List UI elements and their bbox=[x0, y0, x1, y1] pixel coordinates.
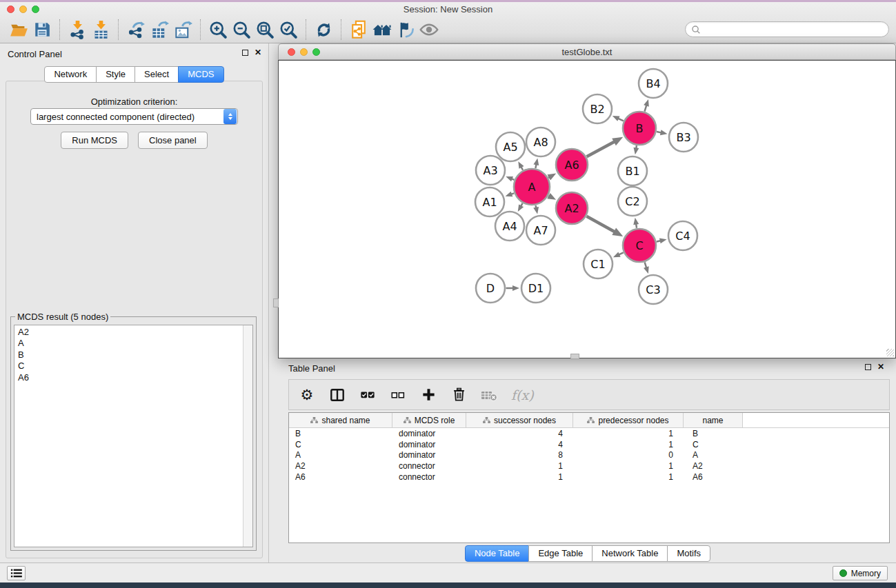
optimization-criterion-select[interactable]: largest connected component (directed) bbox=[30, 108, 238, 125]
table-cell: 1 bbox=[466, 461, 573, 471]
node-label-B3: B3 bbox=[676, 131, 690, 144]
table-cell: A6 bbox=[684, 472, 743, 482]
export-table-icon[interactable] bbox=[148, 19, 171, 41]
column-header-successor-nodes[interactable]: successor nodes bbox=[466, 413, 573, 427]
search-input[interactable] bbox=[704, 25, 883, 34]
table-cell: dominator bbox=[392, 429, 466, 438]
refresh-layout-icon[interactable] bbox=[312, 19, 335, 41]
tree-icon bbox=[483, 417, 490, 423]
import-network-icon[interactable] bbox=[66, 19, 89, 41]
export-network-icon[interactable] bbox=[124, 19, 148, 41]
app-titlebar[interactable]: Session: New Session bbox=[0, 2, 896, 16]
deselect-all-icon[interactable] bbox=[390, 385, 406, 405]
network-view-window[interactable]: testGlobe.txt B4B2BB3A5A8A6A3B1AA1C2A2A4… bbox=[278, 43, 896, 358]
arrowhead-icon bbox=[613, 252, 621, 257]
tab-network[interactable]: Network bbox=[44, 66, 97, 83]
table-tabs: Node TableEdge TableNetwork TableMotifs bbox=[279, 545, 896, 562]
node-label-A: A bbox=[528, 181, 536, 194]
table-tab-motifs[interactable]: Motifs bbox=[667, 545, 710, 562]
node-label-A2: A2 bbox=[564, 202, 579, 215]
chevron-updown-icon bbox=[223, 109, 237, 124]
column-header-predecessor-nodes[interactable]: predecessor nodes bbox=[573, 413, 684, 427]
search-field[interactable] bbox=[685, 21, 889, 37]
column-header-name[interactable]: name bbox=[684, 413, 743, 427]
network-window-titlebar[interactable]: testGlobe.txt bbox=[278, 43, 896, 60]
column-layout-icon[interactable] bbox=[329, 385, 346, 405]
table-row[interactable]: Bdominator41B bbox=[289, 428, 889, 439]
splitter-handle[interactable] bbox=[273, 298, 279, 307]
export-image-icon[interactable] bbox=[171, 19, 195, 41]
table-tab-edge-table[interactable]: Edge Table bbox=[528, 545, 593, 562]
table-tab-node-table[interactable]: Node Table bbox=[465, 545, 530, 562]
edge-A2-C[interactable] bbox=[586, 216, 615, 232]
run-mcds-button[interactable]: Run MCDS bbox=[61, 132, 128, 149]
select-all-icon[interactable] bbox=[359, 385, 376, 405]
result-item[interactable]: A bbox=[14, 338, 242, 349]
tab-mcds[interactable]: MCDS bbox=[178, 66, 223, 83]
arrowhead-icon bbox=[518, 204, 524, 212]
add-entry-icon[interactable] bbox=[420, 385, 437, 405]
result-item[interactable]: A6 bbox=[14, 372, 242, 383]
result-scrollbar[interactable] bbox=[243, 325, 252, 547]
close-panel-button[interactable]: Close panel bbox=[138, 132, 208, 149]
mcds-result-title: MCDS result (5 nodes) bbox=[15, 312, 110, 322]
table-cell: A2 bbox=[289, 461, 392, 471]
node-table[interactable]: shared nameMCDS rolesuccessor nodesprede… bbox=[288, 412, 890, 543]
zoom-fit-icon[interactable] bbox=[253, 19, 277, 41]
arrowhead-icon bbox=[660, 130, 668, 135]
table-cell: 1 bbox=[573, 461, 684, 471]
close-panel-icon[interactable]: ✕ bbox=[255, 49, 261, 56]
table-row[interactable]: Adominator80A bbox=[289, 450, 889, 461]
hide-graphics-icon[interactable] bbox=[394, 19, 417, 41]
delete-entry-icon[interactable] bbox=[450, 385, 467, 405]
arrowhead-icon bbox=[644, 266, 649, 274]
show-eye-icon[interactable] bbox=[417, 19, 441, 41]
arrowhead-icon bbox=[612, 137, 623, 145]
network-canvas[interactable]: B4B2BB3A5A8A6A3B1AA1C2A2A4A7CC4C1C3DD1 bbox=[278, 60, 896, 358]
desktop-edge-bottom bbox=[0, 582, 896, 588]
resize-grip-icon[interactable] bbox=[886, 349, 894, 356]
settings-gear-icon[interactable]: ⚙ bbox=[299, 385, 315, 405]
edge-A6-B[interactable] bbox=[587, 141, 615, 156]
table-cell: 4 bbox=[466, 429, 573, 438]
network-documents-icon[interactable] bbox=[347, 19, 370, 41]
cytoscape-window: Session: New Session bbox=[0, 0, 896, 588]
tab-style[interactable]: Style bbox=[96, 66, 135, 83]
table-row[interactable]: Cdominator41C bbox=[289, 439, 889, 450]
zoom-out-icon[interactable] bbox=[230, 19, 253, 41]
tab-select[interactable]: Select bbox=[135, 66, 179, 83]
table-cell: B bbox=[289, 429, 392, 438]
column-header-shared-name[interactable]: shared name bbox=[289, 413, 392, 427]
table-tab-network-table[interactable]: Network Table bbox=[592, 545, 668, 562]
result-item[interactable]: B bbox=[14, 349, 242, 361]
zoom-selected-icon[interactable] bbox=[277, 19, 300, 41]
close-table-panel-icon[interactable]: ✕ bbox=[877, 363, 884, 370]
result-item[interactable]: C bbox=[14, 361, 242, 372]
table-panel: Table Panel ✕ ⚙ bbox=[279, 358, 896, 562]
memory-button[interactable]: Memory bbox=[833, 566, 888, 580]
table-row[interactable]: A2connector11A2 bbox=[289, 460, 889, 472]
result-item[interactable]: A2 bbox=[14, 327, 242, 338]
column-header-mcds-role[interactable]: MCDS role bbox=[392, 413, 466, 427]
table-panel-title: Table Panel bbox=[288, 363, 335, 374]
float-table-panel-icon[interactable] bbox=[865, 364, 871, 370]
memory-label: Memory bbox=[851, 569, 881, 578]
task-history-button[interactable] bbox=[7, 566, 26, 580]
control-panel-tabs: NetworkStyleSelectMCDS bbox=[0, 66, 268, 83]
zoom-in-icon[interactable] bbox=[206, 19, 230, 41]
mcds-result-group: MCDS result (5 nodes) A2ABCA6 bbox=[10, 312, 257, 551]
table-cell: 8 bbox=[466, 450, 573, 460]
mcds-result-listbox[interactable]: A2ABCA6 bbox=[14, 325, 253, 547]
import-table-icon[interactable] bbox=[89, 19, 112, 41]
header-filler bbox=[743, 413, 889, 427]
save-session-icon[interactable] bbox=[30, 19, 54, 41]
toolbar-separator bbox=[59, 19, 60, 40]
table-row[interactable]: A6connector11A6 bbox=[289, 472, 889, 483]
open-session-icon[interactable] bbox=[7, 19, 30, 41]
home-icon[interactable] bbox=[370, 19, 394, 41]
table-cell: connector bbox=[392, 461, 466, 471]
network-graph[interactable]: B4B2BB3A5A8A6A3B1AA1C2A2A4A7CC4C1C3DD1 bbox=[279, 61, 895, 358]
arrowhead-icon bbox=[633, 148, 639, 155]
float-panel-icon[interactable] bbox=[242, 50, 248, 56]
network-window-title: testGlobe.txt bbox=[279, 47, 895, 57]
